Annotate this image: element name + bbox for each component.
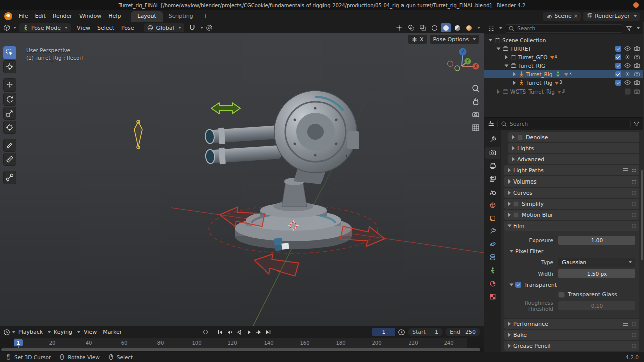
outliner-row-turret[interactable]: TURRET: [484, 44, 643, 53]
properties-tab-world[interactable]: [485, 199, 500, 211]
panel-volumes[interactable]: Volumes: [504, 176, 639, 187]
xray-toggle[interactable]: [418, 23, 428, 32]
panel-denoise[interactable]: Denoise: [508, 132, 639, 142]
play-reverse-button[interactable]: [235, 328, 244, 336]
mode-selector[interactable]: Pose Mode: [19, 23, 71, 32]
properties-scrollbar[interactable]: [641, 170, 643, 260]
transform-orientation-selector[interactable]: Global: [144, 23, 184, 32]
timeline-editor-icon[interactable]: [3, 329, 10, 336]
tab-layout[interactable]: Layout: [131, 11, 162, 22]
chevron-down-icon[interactable]: [200, 27, 203, 29]
filter-type-dropdown[interactable]: Gaussian: [558, 258, 635, 267]
current-frame-marker[interactable]: 1: [14, 339, 23, 346]
rig-control-arrow-bottom[interactable]: [252, 250, 299, 279]
render-visibility-icon[interactable]: [634, 71, 640, 77]
exposure-field[interactable]: 1.00: [558, 236, 635, 245]
drag-handle-icon[interactable]: [632, 179, 636, 184]
tool-pose-breakdowner[interactable]: [3, 171, 16, 184]
outliner-row-wgts[interactable]: WGTS_Turret_Rig 3: [484, 87, 643, 96]
disclosure-triangle[interactable]: [505, 64, 509, 67]
panel-advanced[interactable]: Advanced: [508, 154, 639, 164]
drag-handle-icon[interactable]: [632, 202, 636, 206]
properties-tab-scene[interactable]: [485, 186, 500, 198]
add-workspace-button[interactable]: +: [199, 11, 212, 22]
properties-search-input[interactable]: [510, 121, 627, 127]
presets-icon[interactable]: [623, 322, 628, 326]
close-button[interactable]: [633, 2, 639, 8]
play-button[interactable]: [245, 328, 253, 336]
collection-checkbox[interactable]: [615, 63, 621, 69]
collection-checkbox[interactable]: [615, 46, 621, 52]
menu-window[interactable]: Window: [76, 11, 105, 21]
jump-to-start-button[interactable]: [216, 328, 224, 336]
disclosure-triangle[interactable]: [513, 72, 516, 76]
tab-scripting[interactable]: Scripting: [163, 11, 199, 22]
editor-type-icon[interactable]: [3, 24, 10, 31]
outliner-search[interactable]: [505, 24, 623, 33]
auto-keying-toggle[interactable]: [201, 328, 210, 336]
x-mirror-toggle[interactable]: X: [408, 35, 427, 44]
shading-solid-button[interactable]: [441, 23, 451, 32]
orthographic-toggle-button[interactable]: [473, 125, 479, 131]
panel-simplify[interactable]: Simplify: [504, 199, 639, 209]
properties-tab-material[interactable]: [485, 278, 500, 290]
jump-to-end-button[interactable]: [264, 328, 272, 336]
menu-edit[interactable]: Edit: [31, 11, 49, 21]
drag-handle-icon[interactable]: [632, 191, 636, 195]
tool-select-box[interactable]: [3, 46, 16, 59]
properties-tab-render[interactable]: [485, 147, 500, 159]
panel-light-paths[interactable]: Light Paths: [504, 165, 639, 175]
filter-icon[interactable]: [633, 121, 640, 127]
shading-rendered-button[interactable]: [464, 23, 474, 32]
render-layer-selector[interactable]: RenderLayer: [583, 12, 640, 21]
denoise-checkbox[interactable]: [517, 135, 523, 140]
panel-curves[interactable]: Curves: [504, 188, 639, 198]
properties-tab-object-data[interactable]: [485, 264, 500, 277]
proportional-editing-toggle[interactable]: [204, 23, 214, 32]
menu-marker[interactable]: Marker: [100, 328, 125, 336]
menu-timeline-view[interactable]: View: [80, 328, 100, 336]
drag-handle-icon[interactable]: [632, 224, 636, 228]
3d-viewport[interactable]: User Perspective (1) Turret_Rig : Recoil: [0, 33, 484, 326]
outliner-row-turret-rig-active[interactable]: Turret_Rig 3: [484, 70, 643, 78]
drag-handle-icon[interactable]: [632, 168, 636, 173]
navigation-gizmo[interactable]: Z Y X: [448, 48, 479, 71]
tool-measure[interactable]: [3, 153, 16, 166]
menu-render[interactable]: Render: [49, 11, 76, 21]
timeline-scrollbar[interactable]: [0, 348, 484, 352]
drag-handle-icon[interactable]: [632, 322, 636, 326]
frame-end-field[interactable]: End 250: [445, 328, 480, 336]
snapping-magnet-toggle[interactable]: [187, 23, 197, 32]
tool-annotate[interactable]: [3, 139, 16, 152]
rig-control-recoil-arrow[interactable]: [211, 103, 240, 114]
scene-selector[interactable]: Scene ×: [543, 12, 581, 21]
panel-film[interactable]: Film: [504, 221, 639, 231]
menu-select[interactable]: Select: [94, 24, 117, 32]
gizmo-negative-y[interactable]: [455, 66, 460, 71]
current-frame-field[interactable]: 1: [372, 328, 395, 336]
properties-tab-constraints[interactable]: [485, 251, 500, 263]
object-checkbox[interactable]: [615, 80, 621, 86]
outliner-row-turret-rig-collection[interactable]: Turret_RIG: [484, 61, 643, 70]
disclosure-triangle[interactable]: [505, 55, 508, 59]
properties-tab-modifiers[interactable]: [485, 225, 500, 237]
properties-tab-tool[interactable]: [485, 134, 500, 146]
turret-model[interactable]: [204, 90, 359, 251]
disclosure-triangle[interactable]: [497, 89, 500, 94]
render-visibility-icon[interactable]: [634, 45, 640, 52]
pixel-filter-subpanel[interactable]: Pixel Filter: [509, 247, 635, 256]
chevron-down-icon[interactable]: [477, 27, 480, 29]
show-overlays-toggle[interactable]: [406, 23, 416, 32]
menu-pose[interactable]: Pose: [118, 24, 137, 32]
timeline-ruler[interactable]: 20 40 60 80 100 120 140 160 180 200 220 …: [0, 338, 484, 348]
disclosure-triangle[interactable]: [497, 47, 501, 50]
unlink-scene-icon[interactable]: ×: [574, 13, 578, 19]
filter-icon[interactable]: [626, 25, 632, 32]
collection-checkbox[interactable]: [625, 88, 631, 95]
menu-file[interactable]: File: [15, 11, 31, 21]
menu-view[interactable]: View: [74, 24, 93, 32]
object-checkbox[interactable]: [615, 71, 621, 77]
outliner-search-input[interactable]: [517, 25, 620, 31]
hide-eye-icon[interactable]: [624, 71, 631, 77]
tool-transform[interactable]: [3, 121, 16, 134]
